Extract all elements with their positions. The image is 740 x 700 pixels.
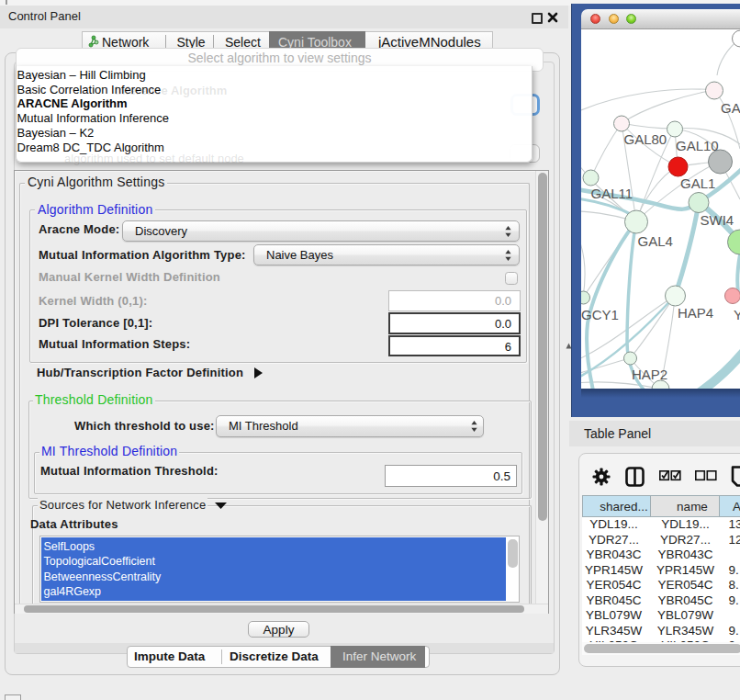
svg-text:GCY1: GCY1	[581, 306, 619, 322]
svg-text:GAL11: GAL11	[591, 185, 633, 200]
svg-text:GAL1: GAL1	[680, 175, 715, 190]
svg-text:GAL80: GAL80	[624, 131, 667, 147]
svg-text:GAL4: GAL4	[638, 232, 673, 248]
svg-text:HAP4: HAP4	[678, 305, 713, 321]
svg-text:GAL10: GAL10	[676, 138, 719, 153]
svg-text:HAP2: HAP2	[632, 367, 667, 382]
svg-text:SWI4: SWI4	[701, 212, 734, 228]
svg-text:GAL: GAL	[721, 100, 740, 116]
svg-text:Y: Y	[734, 306, 740, 322]
